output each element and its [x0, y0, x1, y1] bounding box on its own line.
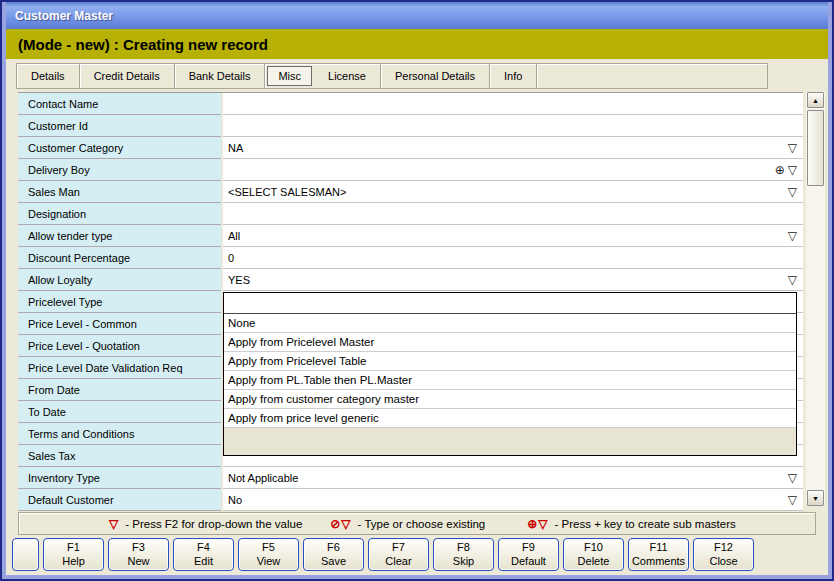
fkey-action-label: Clear — [385, 555, 411, 569]
fkey-f5-view-button[interactable]: F5View — [238, 538, 299, 571]
field-label-allow-tender-type: Allow tender type — [18, 225, 221, 247]
fkey-key-label: F9 — [522, 541, 535, 555]
fkey-action-label: Close — [709, 555, 737, 569]
dropdown-item-none[interactable]: None — [224, 314, 796, 333]
dropdown-icon[interactable]: ▽ — [788, 472, 797, 484]
legend-bar: ▽- Press F2 for drop-down the value⊘▽- T… — [18, 512, 816, 535]
field-value-customer-category[interactable]: NA▽ — [223, 137, 803, 159]
tab-bank-details[interactable]: Bank Details — [175, 64, 266, 88]
field-label-from-date: From Date — [18, 379, 221, 401]
fkey-f8-skip-button[interactable]: F8Skip — [433, 538, 494, 571]
field-value-allow-loyalty[interactable]: YES▽ — [223, 269, 803, 291]
fkey-key-label: F3 — [132, 541, 145, 555]
dropdown-icon[interactable]: ▽ — [788, 186, 797, 198]
create-sub-master-icon[interactable]: ⊕ — [775, 164, 785, 176]
tab-misc[interactable]: Misc — [267, 66, 312, 86]
fkey-f6-save-button[interactable]: F6Save — [303, 538, 364, 571]
window-title: Customer Master — [15, 9, 113, 23]
mode-banner-text: (Mode - new) : Creating new record — [18, 36, 268, 53]
field-value-delivery-boy[interactable]: ⊕▽ — [223, 159, 803, 181]
field-value-discount-percentage[interactable]: 0 — [223, 247, 803, 269]
fkey-f1-help-button[interactable]: F1Help — [43, 538, 104, 571]
dropdown-editor[interactable] — [224, 293, 796, 314]
pricelevel-type-dropdown: NoneApply from Pricelevel MasterApply fr… — [223, 292, 797, 456]
fkey-f10-delete-button[interactable]: F10Delete — [563, 538, 624, 571]
form-row-contact-name: Contact Name — [18, 93, 803, 115]
field-value-customer-id[interactable] — [223, 115, 803, 137]
tab-personal-details[interactable]: Personal Details — [381, 64, 490, 88]
fkey-key-label: F7 — [392, 541, 405, 555]
tab-info[interactable]: Info — [490, 64, 537, 88]
vertical-scrollbar[interactable]: ▲ ▼ — [806, 92, 825, 506]
dropdown-item-apply-from-customer-category-master[interactable]: Apply from customer category master — [224, 390, 796, 409]
fkey-key-label: F8 — [457, 541, 470, 555]
form-row-discount-percentage: Discount Percentage0 — [18, 247, 803, 269]
field-label-default-customer: Default Customer — [18, 489, 221, 511]
field-label-customer-category: Customer Category — [18, 137, 221, 159]
fkey-key-label: F10 — [584, 541, 603, 555]
fkey-f4-edit-button[interactable]: F4Edit — [173, 538, 234, 571]
dropdown-item-apply-from-pl-table-then-pl-master[interactable]: Apply from PL.Table then PL.Master — [224, 371, 796, 390]
form-row-allow-loyalty: Allow LoyaltyYES▽ — [18, 269, 803, 291]
legend-text: - Press + key to create sub masters — [555, 518, 736, 530]
fkey-key-label: F1 — [67, 541, 80, 555]
dropdown-item-apply-from-price-level-generic[interactable]: Apply from price level generic — [224, 409, 796, 428]
field-value-sales-man[interactable]: <SELECT SALESMAN>▽ — [223, 181, 803, 203]
fkey-action-label: View — [257, 555, 281, 569]
field-value-designation[interactable] — [223, 203, 803, 225]
dropdown-icon[interactable]: ▽ — [788, 494, 797, 506]
legend-text: - Type or choose existing — [358, 518, 486, 530]
field-value-text: No — [228, 494, 785, 506]
field-label-price-level-date-validation-req: Price Level Date Validation Req — [18, 357, 221, 379]
fkey-f7-clear-button[interactable]: F7Clear — [368, 538, 429, 571]
fkey-action-label: Comments — [632, 555, 685, 569]
dropdown-icon[interactable]: ▽ — [788, 164, 797, 176]
field-value-contact-name[interactable] — [223, 93, 803, 115]
fkey-f12-close-button[interactable]: F12Close — [693, 538, 754, 571]
fkey-action-label: New — [127, 555, 149, 569]
fkey-f9-default-button[interactable]: F9Default — [498, 538, 559, 571]
dropdown-icon[interactable]: ▽ — [788, 274, 797, 286]
legend-item-3: ⊕▽- Press + key to create sub masters — [527, 517, 736, 531]
window-titlebar: Customer Master — [6, 2, 828, 29]
fkey-action-label: Default — [511, 555, 546, 569]
field-label-price-level-common: Price Level - Common — [18, 313, 221, 335]
tab-strip: DetailsCredit DetailsBank DetailsMiscLic… — [16, 63, 768, 89]
dropdown-item-apply-from-pricelevel-table[interactable]: Apply from Pricelevel Table — [224, 352, 796, 371]
field-label-pricelevel-type: Pricelevel Type — [18, 291, 221, 313]
fkey-f3-new-button[interactable]: F3New — [108, 538, 169, 571]
field-label-sales-man: Sales Man — [18, 181, 221, 203]
scroll-down-icon[interactable]: ▼ — [807, 490, 824, 506]
form-row-customer-category: Customer CategoryNA▽ — [18, 137, 803, 159]
field-label-inventory-type: Inventory Type — [18, 467, 221, 489]
fkey-key-label: F6 — [327, 541, 340, 555]
legend-text: - Press F2 for drop-down the value — [125, 518, 302, 530]
field-label-discount-percentage: Discount Percentage — [18, 247, 221, 269]
field-value-inventory-type[interactable]: Not Applicable▽ — [223, 467, 803, 489]
field-value-allow-tender-type[interactable]: All▽ — [223, 225, 803, 247]
fkey-f11-comments-button[interactable]: F11Comments — [628, 538, 689, 571]
tab-details[interactable]: Details — [17, 64, 80, 88]
scrollbar-thumb[interactable] — [807, 110, 824, 186]
dropdown-item-apply-from-pricelevel-master[interactable]: Apply from Pricelevel Master — [224, 333, 796, 352]
fkey-action-label: Save — [321, 555, 346, 569]
fkey-blank-button[interactable] — [12, 538, 39, 571]
dropdown-icon[interactable]: ▽ — [788, 142, 797, 154]
field-label-designation: Designation — [18, 203, 221, 225]
field-label-contact-name: Contact Name — [18, 93, 221, 115]
field-value-text: YES — [228, 274, 785, 286]
fkey-action-label: Delete — [578, 555, 610, 569]
window-border: Customer Master (Mode - new) : Creating … — [2, 2, 832, 579]
field-value-default-customer[interactable]: No▽ — [223, 489, 803, 511]
form-row-sales-man: Sales Man<SELECT SALESMAN>▽ — [18, 181, 803, 203]
fkey-key-label: F12 — [714, 541, 733, 555]
tab-license[interactable]: License — [314, 64, 381, 88]
field-label-terms-and-conditions: Terms and Conditions — [18, 423, 221, 445]
dropdown-filler — [224, 428, 796, 455]
mode-banner: (Mode - new) : Creating new record — [6, 29, 828, 59]
function-key-bar: F1HelpF3NewF4EditF5ViewF6SaveF7ClearF8Sk… — [12, 538, 754, 571]
dropdown-icon[interactable]: ▽ — [788, 230, 797, 242]
scroll-up-icon[interactable]: ▲ — [807, 92, 824, 108]
legend-symbol-icon: ▽ — [109, 517, 119, 531]
tab-credit-details[interactable]: Credit Details — [80, 64, 175, 88]
